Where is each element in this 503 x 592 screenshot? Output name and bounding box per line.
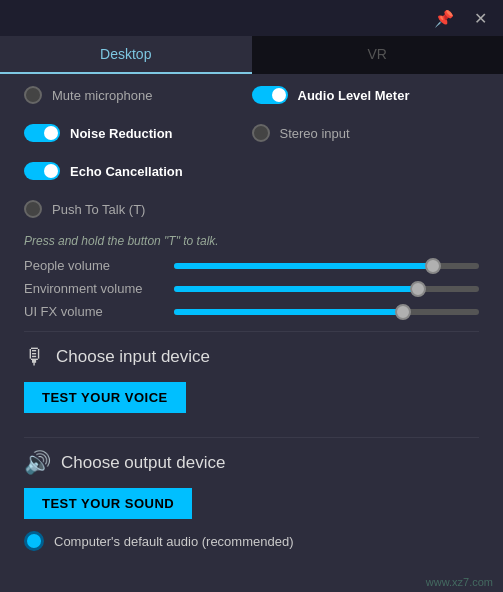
close-button[interactable]: ✕ <box>468 7 493 30</box>
speaker-icon: 🔊 <box>24 450 51 476</box>
uifx-volume-slider[interactable] <box>174 309 479 315</box>
push-to-talk-label: Push To Talk (T) <box>52 202 145 217</box>
toggle-row-echo: Echo Cancellation <box>24 162 252 180</box>
test-sound-button[interactable]: TEST YOUR SOUND <box>24 488 192 519</box>
audio-level-label: Audio Level Meter <box>298 88 410 103</box>
input-section-title: Choose input device <box>56 347 210 367</box>
noise-reduction-toggle[interactable] <box>24 124 60 142</box>
echo-cancellation-label: Echo Cancellation <box>70 164 183 179</box>
noise-reduction-label: Noise Reduction <box>70 126 173 141</box>
slider-row-people: People volume <box>24 258 479 273</box>
divider-2 <box>24 437 479 438</box>
watermark: www.xz7.com <box>426 576 493 588</box>
audio-level-toggle[interactable] <box>252 86 288 104</box>
tab-desktop[interactable]: Desktop <box>0 36 252 74</box>
toggles-grid: Mute microphone Audio Level Meter Noise … <box>24 86 479 228</box>
mute-mic-toggle[interactable] <box>24 86 42 104</box>
test-voice-button[interactable]: TEST YOUR VOICE <box>24 382 186 413</box>
tabs-bar: Desktop VR <box>0 36 503 74</box>
sliders-section: People volume Environment volume UI FX v… <box>24 258 479 319</box>
stereo-input-label: Stereo input <box>280 126 350 141</box>
stereo-input-toggle[interactable] <box>252 124 270 142</box>
device-label: Computer's default audio (recommended) <box>54 534 294 549</box>
output-section-header: 🔊 Choose output device <box>24 450 479 476</box>
slider-row-environment: Environment volume <box>24 281 479 296</box>
toggle-row-audio-level: Audio Level Meter <box>252 86 480 104</box>
main-content: Mute microphone Audio Level Meter Noise … <box>0 74 503 563</box>
output-section-title: Choose output device <box>61 453 225 473</box>
push-to-talk-hint: Press and hold the button "T" to talk. <box>24 234 479 248</box>
pin-button[interactable]: 📌 <box>428 7 460 30</box>
title-bar: 📌 ✕ <box>0 0 503 36</box>
echo-cancellation-toggle[interactable] <box>24 162 60 180</box>
people-volume-slider[interactable] <box>174 263 479 269</box>
people-volume-label: People volume <box>24 258 164 273</box>
toggle-row-noise: Noise Reduction <box>24 124 252 142</box>
default-audio-device-row[interactable]: Computer's default audio (recommended) <box>24 531 479 551</box>
environment-volume-slider[interactable] <box>174 286 479 292</box>
toggle-row-ptt: Push To Talk (T) <box>24 200 252 218</box>
device-selected-dot <box>24 531 44 551</box>
microphone-icon: 🎙 <box>24 344 46 370</box>
mute-mic-label: Mute microphone <box>52 88 152 103</box>
push-to-talk-toggle[interactable] <box>24 200 42 218</box>
divider-1 <box>24 331 479 332</box>
toggle-row-stereo: Stereo input <box>252 124 480 142</box>
toggle-row-mute: Mute microphone <box>24 86 252 104</box>
slider-row-uifx: UI FX volume <box>24 304 479 319</box>
input-section-header: 🎙 Choose input device <box>24 344 479 370</box>
environment-volume-label: Environment volume <box>24 281 164 296</box>
uifx-volume-label: UI FX volume <box>24 304 164 319</box>
tab-vr[interactable]: VR <box>252 36 504 74</box>
